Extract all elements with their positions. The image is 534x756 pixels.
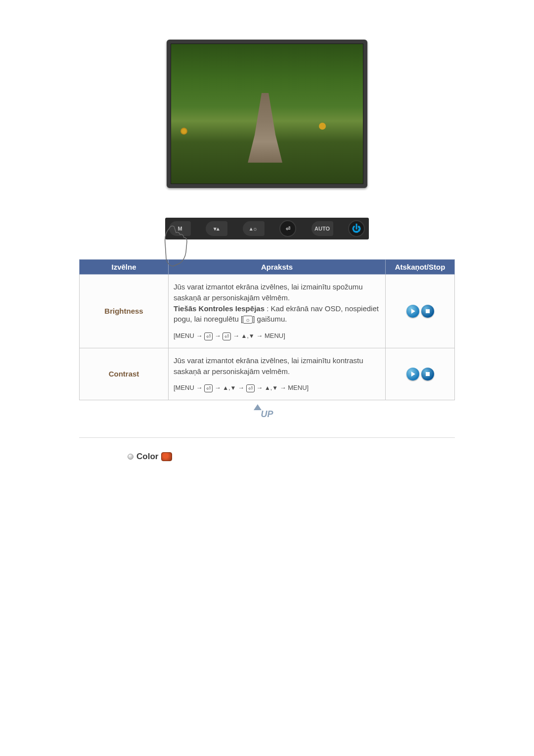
monitor-button-panel: M ▾▴ ▴☼ ⏎ AUTO ⏻ xyxy=(165,218,369,239)
desc-text: ] gaišumu. xyxy=(253,315,287,323)
play-button[interactable] xyxy=(406,305,419,318)
table-row: Brightness Jūs varat izmantot ekrāna izv… xyxy=(80,275,455,348)
enter-icon: ⏎ xyxy=(204,384,213,392)
menu-path: [MENU → ⏎ → ⏎ → ▲,▼ → MENU] xyxy=(174,331,380,341)
desc-bold: Tiešās Kontroles Iespējas xyxy=(174,304,265,313)
table-row: Contrast Jūs varat izmantot ekrāna izvēl… xyxy=(80,348,455,400)
page-content: M ▾▴ ▴☼ ⏎ AUTO ⏻ Izvēlne Apraksts Atskaņ… xyxy=(79,40,455,462)
col-play: Atskaņot/Stop xyxy=(386,260,455,275)
brightness-button[interactable]: ▴☼ xyxy=(243,221,265,236)
menu-path: [MENU → ⏎ → ▲,▼ → ⏎ → ▲,▼ → MENU] xyxy=(174,383,380,393)
up-label: UP xyxy=(261,409,273,419)
section-divider xyxy=(79,437,455,438)
triangle-icon: ▲,▼ xyxy=(241,332,255,339)
color-swatch-icon xyxy=(161,452,172,461)
up-link[interactable]: UP xyxy=(255,409,279,420)
row-name-contrast: Contrast xyxy=(80,348,169,400)
bullet-icon xyxy=(128,454,134,460)
row-desc-brightness: Jūs varat izmantot ekrāna izvēlnes, lai … xyxy=(169,275,386,348)
enter-icon: ⏎ xyxy=(246,384,255,392)
row-media-brightness xyxy=(386,275,455,348)
enter-button[interactable]: ⏎ xyxy=(279,220,296,237)
enter-icon: ⏎ xyxy=(222,332,231,340)
section-title: Color xyxy=(136,452,158,462)
sun-icon: ☼ xyxy=(243,316,253,324)
enter-icon: ⏎ xyxy=(204,332,213,340)
power-icon: ⏻ xyxy=(352,224,361,234)
row-desc-contrast: Jūs varat izmantot ekrāna izvēlnes, lai … xyxy=(169,348,386,400)
triangle-icon: ▲,▼ xyxy=(265,384,278,391)
up-arrow-icon xyxy=(254,404,262,410)
stop-button[interactable] xyxy=(421,305,434,318)
col-desc: Apraksts xyxy=(169,260,386,275)
row-name-brightness: Brightness xyxy=(80,275,169,348)
play-button[interactable] xyxy=(406,368,419,380)
row-media-contrast xyxy=(386,348,455,400)
desc-text: Jūs varat izmantot ekrāna izvēlnes, lai … xyxy=(174,283,363,302)
monitor-preview xyxy=(167,40,367,188)
garden-photo xyxy=(171,44,363,184)
power-button[interactable]: ⏻ xyxy=(348,220,365,237)
triangle-icon: ▲,▼ xyxy=(222,384,236,391)
button-panel-wrap: M ▾▴ ▴☼ ⏎ AUTO ⏻ xyxy=(165,218,369,239)
auto-button[interactable]: AUTO xyxy=(312,221,333,236)
settings-table: Izvēlne Apraksts Atskaņot/Stop Brightnes… xyxy=(79,259,455,400)
stop-button[interactable] xyxy=(421,368,434,380)
desc-text: Jūs varat izmantot ekrāna izvēlnes, lai … xyxy=(174,356,363,376)
col-menu: Izvēlne xyxy=(80,260,169,275)
section-header-color: Color xyxy=(128,452,455,462)
pointing-hand-icon xyxy=(159,224,194,268)
down-up-button[interactable]: ▾▴ xyxy=(206,221,227,236)
